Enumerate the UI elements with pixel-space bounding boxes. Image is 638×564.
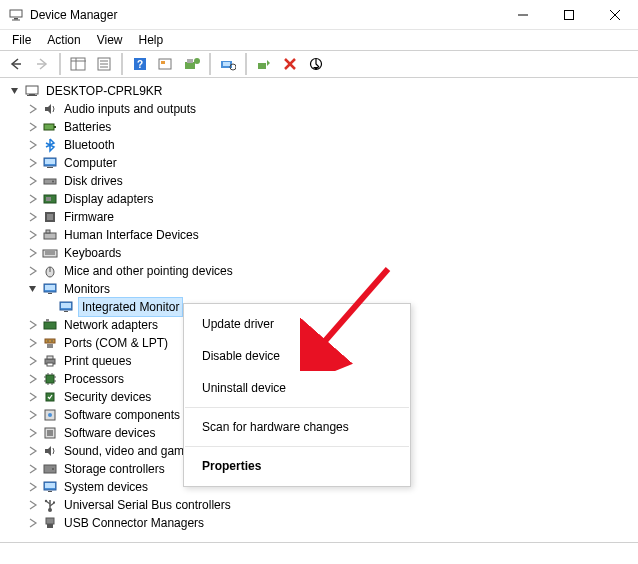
show-hide-tree-button[interactable] xyxy=(66,53,90,75)
svg-rect-66 xyxy=(46,375,54,383)
svg-point-77 xyxy=(48,413,52,417)
expand-icon[interactable] xyxy=(26,462,40,476)
app-icon xyxy=(8,7,24,23)
expand-icon[interactable] xyxy=(26,354,40,368)
expand-icon[interactable] xyxy=(26,336,40,350)
uninstall-device-button[interactable] xyxy=(278,53,302,75)
expand-icon[interactable] xyxy=(26,120,40,134)
properties-sheet-button[interactable] xyxy=(92,53,116,75)
tree-label: Ports (COM & LPT) xyxy=(62,334,170,352)
collapse-icon[interactable] xyxy=(8,84,22,98)
expand-icon[interactable] xyxy=(26,426,40,440)
expand-icon[interactable] xyxy=(26,102,40,116)
system-icon xyxy=(42,479,58,495)
bluetooth-icon xyxy=(42,137,58,153)
printer-icon xyxy=(42,353,58,369)
update-driver-button[interactable] xyxy=(180,53,204,75)
svg-rect-62 xyxy=(47,344,53,348)
maximize-button[interactable] xyxy=(546,0,592,30)
svg-rect-20 xyxy=(185,62,195,69)
svg-rect-26 xyxy=(258,63,266,69)
statusbar xyxy=(0,542,638,564)
tree-category[interactable]: Computer xyxy=(4,154,638,172)
svg-rect-91 xyxy=(46,518,54,524)
tree-category-monitors[interactable]: Monitors xyxy=(4,280,638,298)
svg-rect-9 xyxy=(71,58,85,70)
expand-icon[interactable] xyxy=(26,174,40,188)
software-components-icon xyxy=(42,407,58,423)
hid-icon xyxy=(42,227,58,243)
menu-properties[interactable]: Properties xyxy=(184,450,410,482)
expand-icon[interactable] xyxy=(26,318,40,332)
sound-icon xyxy=(42,443,58,459)
help-button[interactable]: ? xyxy=(128,53,152,75)
close-button[interactable] xyxy=(592,0,638,30)
software-devices-icon xyxy=(42,425,58,441)
expand-icon[interactable] xyxy=(26,228,40,242)
back-button[interactable] xyxy=(4,53,28,75)
tree-label: Security devices xyxy=(62,388,153,406)
tree-category[interactable]: Audio inputs and outputs xyxy=(4,100,638,118)
svg-text:?: ? xyxy=(137,59,143,70)
menu-action[interactable]: Action xyxy=(41,32,86,48)
svg-rect-55 xyxy=(61,303,71,308)
expand-icon[interactable] xyxy=(26,516,40,530)
tree-label: USB Connector Managers xyxy=(62,514,206,532)
scan-hardware-button[interactable] xyxy=(216,53,240,75)
menu-disable-device[interactable]: Disable device xyxy=(184,340,410,372)
usb-icon xyxy=(42,497,58,513)
forward-button[interactable] xyxy=(30,53,54,75)
expand-icon[interactable] xyxy=(26,372,40,386)
tree-label: Software components xyxy=(62,406,182,424)
expand-icon[interactable] xyxy=(26,498,40,512)
toolbar-separator xyxy=(121,53,123,75)
svg-rect-1 xyxy=(14,18,18,20)
tree-label: Processors xyxy=(62,370,126,388)
menu-view[interactable]: View xyxy=(91,32,129,48)
tree-category[interactable]: Keyboards xyxy=(4,244,638,262)
expand-icon[interactable] xyxy=(26,264,40,278)
tree-category[interactable]: Firmware xyxy=(4,208,638,226)
monitor-icon xyxy=(42,281,58,297)
expand-icon[interactable] xyxy=(26,210,40,224)
mouse-icon xyxy=(42,263,58,279)
menu-help[interactable]: Help xyxy=(133,32,170,48)
expand-icon[interactable] xyxy=(26,408,40,422)
menu-update-driver[interactable]: Update driver xyxy=(184,308,410,340)
svg-point-60 xyxy=(47,340,49,342)
toolbar: ? xyxy=(0,50,638,78)
tree-label: Monitors xyxy=(62,280,112,298)
tree-category[interactable]: Mice and other pointing devices xyxy=(4,262,638,280)
action-button[interactable] xyxy=(154,53,178,75)
tree-category[interactable]: USB Connector Managers xyxy=(4,514,638,532)
disable-device-button[interactable] xyxy=(304,53,328,75)
menu-scan-hardware[interactable]: Scan for hardware changes xyxy=(184,411,410,443)
tree-category[interactable]: Human Interface Devices xyxy=(4,226,638,244)
svg-point-22 xyxy=(194,58,200,64)
tree-label: Storage controllers xyxy=(62,460,167,478)
collapse-icon[interactable] xyxy=(26,282,40,296)
minimize-button[interactable] xyxy=(500,0,546,30)
menu-file[interactable]: File xyxy=(6,32,37,48)
expand-icon[interactable] xyxy=(26,480,40,494)
tree-category[interactable]: Bluetooth xyxy=(4,136,638,154)
tree-root[interactable]: DESKTOP-CPRL9KR xyxy=(4,82,638,100)
tree-category[interactable]: Batteries xyxy=(4,118,638,136)
tree-label: Display adapters xyxy=(62,190,155,208)
enable-device-button[interactable] xyxy=(252,53,276,75)
menu-uninstall-device[interactable]: Uninstall device xyxy=(184,372,410,404)
device-tree[interactable]: DESKTOP-CPRL9KR Audio inputs and outputs… xyxy=(0,78,638,538)
tree-category[interactable]: Universal Serial Bus controllers xyxy=(4,496,638,514)
expand-icon[interactable] xyxy=(26,138,40,152)
svg-rect-57 xyxy=(44,322,56,329)
titlebar: Device Manager xyxy=(0,0,638,30)
expand-icon[interactable] xyxy=(26,246,40,260)
expand-icon[interactable] xyxy=(26,444,40,458)
tree-category[interactable]: Display adapters xyxy=(4,190,638,208)
tree-category[interactable]: Disk drives xyxy=(4,172,638,190)
expand-icon[interactable] xyxy=(26,192,40,206)
expand-icon[interactable] xyxy=(26,390,40,404)
network-icon xyxy=(42,317,58,333)
svg-rect-59 xyxy=(45,339,55,343)
expand-icon[interactable] xyxy=(26,156,40,170)
